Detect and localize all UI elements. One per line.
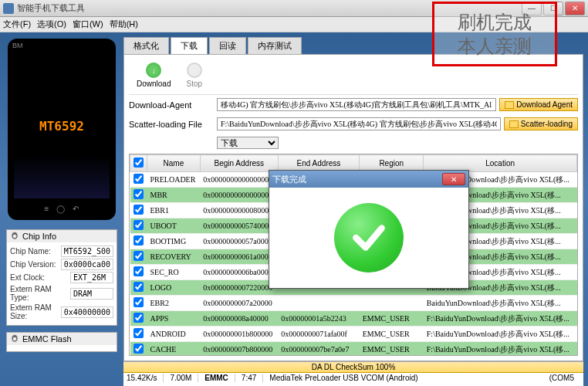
emmc-title: EMMC Flash (7, 333, 117, 345)
close-button[interactable]: ✕ (565, 2, 585, 15)
ram-size-value: 0x40000000 (61, 306, 113, 318)
download-icon (146, 63, 161, 78)
cell-region: EMMC_USER (360, 311, 424, 327)
cell-name: SEC_RO (147, 265, 201, 280)
row-checkbox[interactable] (133, 282, 144, 292)
mode-select[interactable]: 下载 (217, 137, 279, 149)
cell-location: F:\BaiduYunDownload\步步高vivo X5L(移... (424, 327, 577, 342)
cell-name: EBR2 (147, 296, 201, 311)
menu-window[interactable]: 窗口(W) (73, 19, 103, 30)
dialog-title-text: 下载完成 (272, 174, 442, 185)
row-checkbox[interactable] (133, 313, 144, 323)
statusbar: DA DL CheckSum 100% 15.42K/s 7.00M EMMC … (123, 361, 583, 386)
cell-begin: 0x00000000061a0000 (200, 249, 278, 265)
cell-begin: 0x000000008a40000 (200, 311, 278, 327)
cell-begin: 0x0000000000000000 (200, 188, 278, 203)
table-row[interactable]: ANDROID0x000000001b8000000x0000000071afa… (130, 327, 577, 342)
cell-begin: 0x00000000057a0000 (200, 234, 278, 249)
chip-info-title: Chip Info (7, 230, 117, 242)
row-checkbox[interactable] (133, 328, 144, 338)
cell-begin: 0x0000000007a20000 (200, 296, 278, 311)
row-checkbox[interactable] (133, 344, 144, 354)
row-checkbox[interactable] (133, 266, 144, 276)
agent-input[interactable] (217, 98, 496, 111)
scatter-input[interactable] (217, 117, 501, 130)
row-checkbox[interactable] (133, 220, 144, 230)
phone-nav: ≡◯↶ (46, 205, 77, 215)
status-device: MediaTek PreLoader USB VCOM (Android) (269, 374, 542, 382)
checksum-bar: DA DL CheckSum 100% (123, 362, 583, 373)
cell-end: 0x00000001a5b2243 (278, 311, 359, 327)
dialog-body (269, 188, 468, 288)
tab-memtest[interactable]: 内存测试 (248, 37, 302, 54)
tab-download[interactable]: 下载 (171, 37, 208, 54)
left-panel: BM MT6592 ≡◯↶ Chip Info Chip Name:MT6592… (0, 32, 123, 386)
cell-end (278, 296, 359, 311)
status-emmc: EMMC (204, 374, 235, 382)
cell-region: EMMC_USER (360, 327, 424, 342)
status-size: 7.00M (170, 374, 198, 382)
scatter-label: Scatter-loading File (129, 120, 214, 129)
menu-options[interactable]: 选项(O) (37, 19, 66, 30)
cell-begin: 0x0000000005740000 (200, 218, 278, 234)
ext-clock-value: EXT_26M (70, 272, 113, 283)
row-checkbox[interactable] (133, 174, 144, 184)
status-port: (COM5 (549, 374, 580, 382)
menu-help[interactable]: 帮助(H) (110, 19, 138, 30)
agent-label: Download-Agent (129, 100, 214, 110)
cell-end: 0x0000000071afa00f (278, 327, 359, 342)
table-row[interactable]: EBR20x0000000007a20000BaiduYunDownload\步… (130, 296, 577, 311)
cell-begin: 0x0000000000000000 (200, 172, 278, 188)
cell-name: UBOOT (147, 218, 201, 234)
select-all-checkbox[interactable] (133, 157, 144, 168)
download-button[interactable]: Download (137, 63, 171, 88)
row-checkbox[interactable] (133, 251, 144, 261)
stop-button[interactable]: Stop (186, 63, 202, 88)
table-row[interactable]: CACHE0x000000007b8000000x000000007be7a0e… (130, 342, 577, 357)
cell-begin: 0x0000000000080000 (200, 203, 278, 218)
chip-info-panel: Chip Info Chip Name:MT6592_S00 Chip Vers… (6, 229, 117, 326)
agent-browse-button[interactable]: Download Agent (499, 98, 578, 111)
row-checkbox[interactable] (133, 189, 144, 199)
row-checkbox[interactable] (133, 297, 144, 307)
status-speed: 15.42K/s (127, 374, 164, 382)
status-time: 7:47 (242, 374, 263, 382)
cell-end: 0x000000007be7a0e7 (278, 342, 359, 357)
app-icon (3, 3, 14, 14)
cell-name: MBR (147, 188, 201, 203)
ram-type-value: DRAM (70, 288, 113, 300)
cell-begin: 0x0000000007220000 (200, 280, 278, 296)
stop-icon (187, 63, 202, 78)
dialog-titlebar[interactable]: 下载完成 ✕ (269, 171, 468, 188)
cell-name: PRELOADER (147, 172, 201, 188)
phone-bm-label: BM (12, 42, 23, 49)
scatter-browse-button[interactable]: Scatter-loading (504, 117, 578, 130)
col-name[interactable]: Name (147, 155, 201, 172)
cell-name: CACHE (147, 342, 201, 357)
dialog-close-button[interactable]: ✕ (442, 173, 465, 185)
folder-icon (505, 101, 514, 109)
cell-location: F:\BaiduYunDownload\步步高vivo X5L(移... (424, 311, 577, 327)
cell-region (360, 296, 424, 311)
cell-begin: 0x000000001b800000 (200, 327, 278, 342)
tab-readback[interactable]: 回读 (209, 37, 246, 54)
cell-begin: 0x0000000006ba0000 (200, 265, 278, 280)
row-checkbox[interactable] (133, 205, 144, 215)
gear-icon (10, 334, 19, 344)
row-checkbox[interactable] (133, 235, 144, 245)
cell-location: F:\BaiduYunDownload\步步高vivo X5L(移... (424, 342, 577, 357)
cell-name: ANDROID (147, 327, 201, 342)
menu-file[interactable]: 文件(F) (3, 19, 31, 30)
phone-preview: BM MT6592 ≡◯↶ (8, 39, 116, 220)
cell-name: LOGO (147, 280, 201, 296)
tab-format[interactable]: 格式化 (123, 37, 169, 54)
table-row[interactable]: APPS0x000000008a400000x00000001a5b2243EM… (130, 311, 577, 327)
cell-begin: 0x000000007b800000 (200, 342, 278, 357)
phone-screen: MT6592 (14, 54, 110, 198)
col-begin[interactable]: Begin Address (200, 155, 278, 172)
cell-name: APPS (147, 311, 201, 327)
chip-name-value: MT6592_S00 (61, 245, 113, 257)
cell-name: RECOVERY (147, 249, 201, 265)
chip-version-value: 0x0000ca00 (61, 259, 113, 270)
folder-icon (509, 120, 519, 128)
